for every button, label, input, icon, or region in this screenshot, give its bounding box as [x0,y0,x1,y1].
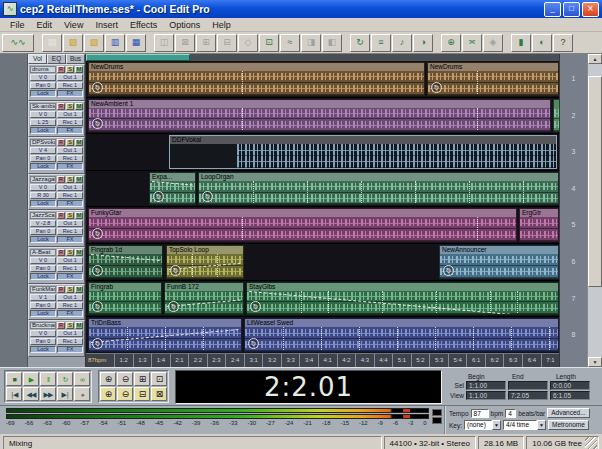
resize-grip[interactable] [585,437,597,449]
vertical-scrollbar[interactable] [587,54,602,367]
audio-clip[interactable]: NewDrums↻ [427,62,559,96]
clip-properties-button[interactable]: ◨ [301,34,321,52]
menu-item-options[interactable]: Options [163,20,206,30]
record-arm-button[interactable]: R [57,176,65,183]
close-button[interactable] [582,2,599,17]
organizer-button[interactable]: ≡ [371,34,391,52]
audio-clip[interactable]: FunkyGtar↻ [88,208,517,242]
view-length-field[interactable]: 6:1.05 [550,391,590,400]
audio-clip[interactable]: TopSolo Loop↻ [166,245,244,279]
menu-item-help[interactable]: Help [206,20,237,30]
pan-field[interactable]: L 25 [30,119,56,126]
track-name-field[interactable]: A-Beat [30,249,56,256]
track-name-field[interactable]: Brucknard [30,322,56,329]
lock-button[interactable]: Lock [30,127,56,134]
metronome-button[interactable]: Metronome [548,420,589,430]
record-device-field[interactable]: Rec 1 [57,192,83,199]
mute-button[interactable]: M [75,66,83,73]
zoom-out-horizontal-button[interactable]: ⊖ [117,387,133,401]
fx-button[interactable]: FX [57,90,83,97]
mixdown-button[interactable]: ◫ [154,34,174,52]
vertical-scrollbar-track[interactable] [588,64,602,357]
horizontal-scrollbar[interactable] [86,54,559,61]
rewind-button[interactable]: ◀◀ [23,387,39,401]
paste-button[interactable]: ⊟ [217,34,237,52]
edit-waveform-view-button[interactable]: ∿∿ [2,34,34,52]
view-end-field[interactable]: 7:2.05 [508,391,548,400]
pan-field[interactable]: Pan 0 [30,265,56,272]
clip-indicator-left[interactable] [432,409,442,416]
mixer-button[interactable]: ♪ [392,34,412,52]
volume-field[interactable]: V 0 [30,257,56,264]
zoom-left-edge-button[interactable]: ⊟ [134,387,150,401]
audio-clip[interactable]: FunnB 172↻ [164,282,244,316]
clip-envelopes-button[interactable]: ≈ [280,34,300,52]
new-session-button[interactable]: ▤ [42,34,62,52]
output-field[interactable]: Out 1 [57,111,83,118]
tab-eq[interactable]: EQ [47,54,66,64]
output-field[interactable]: Out 1 [57,147,83,154]
zoom-tools-button[interactable]: ⊕ [441,34,461,52]
solo-button[interactable]: S [66,249,74,256]
horizontal-scrollbar-thumb[interactable] [86,54,190,61]
audio-clip[interactable]: Fingrab↻ [88,282,162,316]
vertical-scrollbar-thumb[interactable] [588,76,602,287]
play-loop-infinite-button[interactable]: ∞ [74,372,90,386]
sel-begin-field[interactable]: 1:1.00 [466,381,506,390]
solo-button[interactable]: S [66,322,74,329]
audio-clip[interactable]: LilWeasel Swed↻ [244,318,559,352]
solo-button[interactable]: S [66,66,74,73]
pan-field[interactable]: Pan 0 [30,82,56,89]
session-properties-button[interactable]: ◐ [532,34,552,52]
track-collapse-strip[interactable] [0,54,28,367]
record-device-field[interactable]: Rec 1 [57,265,83,272]
record-arm-button[interactable]: R [57,66,65,73]
solo-button[interactable]: S [66,176,74,183]
solo-button[interactable]: S [66,212,74,219]
audio-clip[interactable]: TriDnBass↻ [88,318,242,352]
save-session-as-button[interactable]: ▦ [126,34,146,52]
title-bar[interactable]: ∿ cep2 RetailTheme.ses* - Cool Edit Pro [0,0,602,18]
play-button[interactable]: ▶ [23,372,39,386]
output-field[interactable]: Out 1 [57,257,83,264]
play-meter-button[interactable]: ▮ [511,34,531,52]
lock-button[interactable]: Lock [30,163,56,170]
level-meter[interactable]: -69-66-63-60-57-54-51-48-45-42-39-36-33-… [0,406,432,434]
solo-button[interactable]: S [66,286,74,293]
record-button[interactable]: ● [74,387,90,401]
save-session-button[interactable]: ▥ [105,34,125,52]
record-device-field[interactable]: Rec 1 [57,119,83,126]
help-button[interactable]: ? [553,34,573,52]
tracks-canvas[interactable]: NewDrums↻NewDrums↻NewAmbient 1↻DDFVokalE… [86,61,559,353]
snapping-button[interactable]: ≍ [462,34,482,52]
key-dropdown-arrow-icon[interactable] [492,420,501,430]
volume-field[interactable]: V 1 [30,294,56,301]
volume-field[interactable]: V -2.8 [30,220,56,227]
audio-clip[interactable]: ErgGtr [519,208,559,242]
fx-button[interactable]: FX [57,236,83,243]
track-name-field[interactable]: FunkMas [30,286,56,293]
clip-indicator-right[interactable] [432,417,442,424]
menu-item-view[interactable]: View [58,20,89,30]
time-signature-dropdown[interactable]: 4/4 time [503,420,546,430]
loop-duplicate-button[interactable]: ↻ [350,34,370,52]
crossfade-button[interactable]: ◇ [238,34,258,52]
tab-bus[interactable]: Bus [66,54,85,64]
mute-button[interactable]: M [75,286,83,293]
mute-button[interactable]: M [75,322,83,329]
mute-button[interactable]: M [75,103,83,110]
output-field[interactable]: Out 1 [57,220,83,227]
beats-per-bar-field[interactable]: 4 [505,409,516,418]
track-name-field[interactable]: JazzScant [30,212,56,219]
output-field[interactable]: Out 1 [57,74,83,81]
scroll-up-arrow-icon[interactable] [588,54,602,64]
output-field[interactable]: Out 1 [57,184,83,191]
zoom-out-button[interactable]: ⊖ [117,372,133,386]
minimize-button[interactable] [544,2,561,17]
audio-clip[interactable] [553,99,559,133]
pan-field[interactable]: Pan 0 [30,338,56,345]
maximize-button[interactable] [563,2,580,17]
track-name-field[interactable]: DPSvokal [30,139,56,146]
audio-clip[interactable]: DDFVokal [169,135,557,169]
track-name-field[interactable]: Sk-ambient6 [30,103,56,110]
